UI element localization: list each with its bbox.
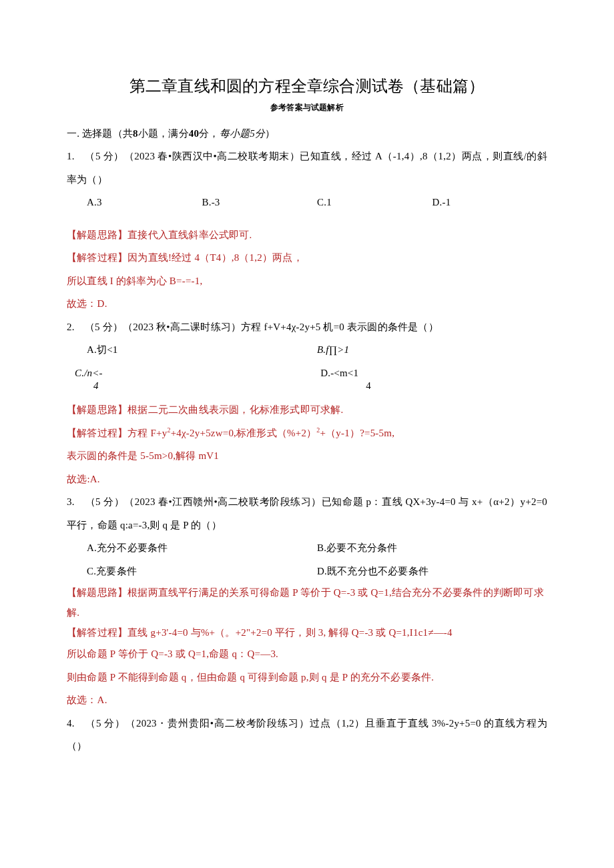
q3-option-b: B.必要不充分条件 [317,536,547,560]
q2-explain-3: 表示圆的条件是 5-5m>0,解得 mV1 [67,444,547,468]
q3-explain-2: 【解答过程】直线 g+3'-4=0 与%+（。+2"+2=0 平行，则 3, 解… [67,622,547,642]
q2-c-line1: C./n<- [75,367,103,380]
q2-explain-1: 【解题思路】根据二元二次曲线表示圆，化标准形式即可求解. [67,398,547,422]
sec-italic: 每小题5分 [220,128,266,139]
q2-c-line2: 4 [75,380,103,392]
sec-mid: 小题，满分 [138,128,189,139]
q3-option-a: A.充分不必要条件 [87,536,317,560]
q1-explain-2: 【解答过程】因为直线!经过 4（T4）,8（1,2）两点， [67,246,547,270]
q2-option-a: A.切<1 [87,338,317,362]
q4-stem: 4. （5 分）（2023・贵州贵阳•高二校考阶段练习）过点（1,2）且垂直于直… [67,712,547,758]
q3-explain-1: 【解题思路】根据两直线平行满足的关系可得命题 P 等价于 Q=-3 或 Q=1,… [67,582,547,622]
q2-e2b: +4χ-2y+5zw=0,标准形式（%+2） [171,428,317,438]
q3-explain-3: 所以命题 P 等价于 Q=-3 或 Q=1,命题 q：Q=—3. [67,642,547,666]
q1-options: A.3 B.-3 C.1 D.-1 [87,191,547,214]
q2-d-line2: 4 [320,380,371,392]
q1-explain-4: 故选：D. [67,292,547,316]
q1-explain-1: 【解题思路】直接代入直线斜率公式即可. [67,224,547,247]
q2-explain-2: 【解答过程】方程 F+y2+4χ-2y+5zw=0,标准形式（%+2）2+（y-… [67,422,547,445]
q2-explain-4: 故选:A. [67,468,547,491]
q3-option-d: D.既不充分也不必要条件 [317,560,547,583]
sec-8: 8 [133,128,138,139]
q1-option-d: D.-1 [432,191,548,214]
sec-pre: 一. 选择题（共 [67,128,133,139]
q1-option-c: C.1 [317,191,432,214]
q2-option-d: D.-<m<1 4 [320,362,547,392]
page: 第二章直线和圆的方程全章综合测试卷（基础篇） 参考答案与试题解析 一. 选择题（… [0,0,614,868]
q1-option-a: A.3 [87,191,202,214]
q2-option-c: C./n<- 4 [75,362,320,392]
sec-40: 40 [189,128,199,139]
spacer [67,392,547,398]
q2-d-line1: D.-<m<1 [320,367,371,380]
spacer [67,214,547,224]
q3-option-c: C.充要条件 [87,560,317,583]
q1-option-b: B.-3 [202,191,318,214]
q2-options-cd: C./n<- 4 D.-<m<1 4 [75,362,547,392]
q2-options-ab: A.切<1 B.f∏>1 [87,338,547,362]
q3-stem: 3. （5 分）（2023 春•江西赣州•高二校联考阶段练习）已知命题 p：直线… [67,490,547,536]
sec-after: 分， [199,128,219,139]
section-heading: 一. 选择题（共8小题，满分40分，每小题5分） [67,122,547,145]
q1-stem: 1. （5 分）（2023 春•陕西汉中•高二校联考期末）已知直线，经过 A（-… [67,145,547,191]
q2-stem: 2. （5 分）（2023 秋•高二课时练习）方程 f+V+4χ-2y+5 机=… [67,316,547,339]
q2-option-b: B.f∏>1 [317,338,547,362]
sec-end: ） [265,128,275,139]
q2-e2a: 【解答过程】方程 F+y [67,428,167,438]
q2-e2c: +（y-1）?=5-5m, [320,428,395,438]
q1-explain-3: 所以直线 I 的斜率为心 B=-=-1, [67,270,547,293]
page-title: 第二章直线和圆的方程全章综合测试卷（基础篇） [67,73,547,99]
q3-explain-4: 则由命题 P 不能得到命题 q，但由命题 q 可得到命题 p,则 q 是 P 的… [67,666,547,689]
page-subtitle: 参考答案与试题解析 [67,101,547,113]
q3-explain-5: 故选：A. [67,689,547,712]
q3-options-cd: C.充要条件 D.既不充分也不必要条件 [87,560,547,583]
q3-options-ab: A.充分不必要条件 B.必要不充分条件 [87,536,547,560]
